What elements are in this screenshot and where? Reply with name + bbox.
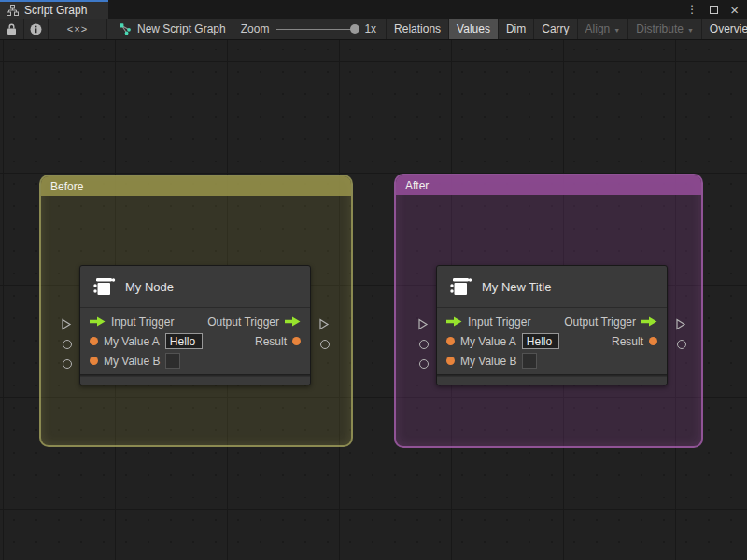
node-box[interactable]: My New Title Input Trigger Output Trigge… [436, 265, 668, 385]
external-result-port[interactable] [677, 340, 686, 349]
dim-button[interactable]: Dim [499, 19, 533, 39]
unit-node-icon [448, 274, 472, 299]
node-my-new-title[interactable]: My New Title Input Trigger Output Trigge… [436, 265, 668, 385]
group-before-title: Before [50, 180, 83, 193]
value-a-input[interactable] [165, 333, 203, 349]
value-a-input[interactable] [522, 333, 559, 349]
window-controls: ⋮ × [686, 0, 747, 19]
zoom-slider[interactable] [276, 29, 357, 30]
tab-title: Script Graph [24, 4, 87, 17]
external-value-a-port[interactable] [63, 340, 72, 349]
align-label: Align [585, 22, 611, 35]
distribute-label: Distribute [636, 22, 684, 35]
hierarchy-graph-icon [7, 5, 19, 16]
group-after-header[interactable]: After [396, 175, 701, 195]
script-graph-asset-icon [119, 22, 132, 35]
carry-button[interactable]: Carry [534, 19, 576, 39]
value-b-label: My Value B [104, 355, 160, 368]
value-b-port-icon[interactable] [446, 357, 455, 365]
result-label: Result [612, 335, 643, 348]
node-row-triggers: Input Trigger Output Trigger [437, 312, 667, 331]
close-icon[interactable]: × [730, 3, 739, 17]
group-after-title: After [405, 179, 429, 192]
chevron-down-icon: ▼ [613, 27, 620, 34]
flow-input-port-icon[interactable] [446, 316, 462, 327]
external-flow-output-port[interactable] [318, 317, 330, 334]
graph-breadcrumb[interactable]: New Script Graph [107, 19, 235, 39]
external-result-port[interactable] [320, 340, 330, 349]
info-button[interactable] [24, 19, 48, 39]
node-header[interactable]: My Node [80, 266, 310, 308]
unit-node-icon [92, 274, 116, 299]
external-value-a-port[interactable] [419, 340, 429, 349]
node-row-value-a: My Value A Result [437, 331, 667, 351]
external-value-b-port[interactable] [63, 359, 72, 369]
result-port-icon[interactable] [649, 337, 657, 345]
value-b-input[interactable] [165, 353, 180, 369]
group-before-header[interactable]: Before [41, 176, 351, 196]
node-title: My Node [125, 280, 174, 294]
distribute-dropdown: Distribute ▼ [628, 19, 701, 39]
lock-button[interactable] [0, 19, 23, 39]
node-my-node[interactable]: My Node Input Trigger Output Trigger [79, 265, 311, 385]
code-preview-button[interactable]: <×> [49, 19, 106, 39]
node-body: Input Trigger Output Trigger My Valu [437, 308, 667, 374]
lock-icon [7, 23, 17, 35]
flow-output-port-icon[interactable] [641, 316, 657, 327]
tab-bar: Script Graph ⋮ × [0, 0, 747, 19]
kebab-menu-icon[interactable]: ⋮ [686, 4, 698, 15]
input-trigger-label: Input Trigger [468, 315, 530, 329]
maximize-icon[interactable] [710, 6, 718, 14]
node-body: Input Trigger Output Trigger My Valu [80, 308, 310, 374]
external-flow-output-port[interactable] [675, 317, 686, 334]
output-trigger-label: Output Trigger [564, 315, 636, 329]
tab-script-graph[interactable]: Script Graph [0, 0, 108, 19]
script-graph-window: Script Graph ⋮ × <×> [0, 0, 747, 560]
node-row-value-a: My Value A Result [80, 331, 310, 351]
chevron-down-icon: ▼ [687, 27, 694, 34]
node-title: My New Title [482, 280, 551, 294]
node-row-value-b: My Value B [437, 351, 667, 371]
node-row-triggers: Input Trigger Output Trigger [80, 312, 310, 331]
external-value-b-port[interactable] [419, 359, 429, 369]
flow-input-port-icon[interactable] [90, 316, 106, 327]
result-port-icon[interactable] [292, 337, 301, 345]
node-footer [437, 377, 667, 385]
graph-canvas[interactable]: Before After [0, 40, 747, 560]
zoom-control: Zoom 1x [235, 19, 386, 39]
node-box[interactable]: My Node Input Trigger Output Trigger [79, 265, 311, 385]
values-button[interactable]: Values [449, 19, 498, 39]
info-icon [30, 23, 42, 35]
node-header[interactable]: My New Title [437, 266, 667, 308]
external-flow-input-port[interactable] [417, 317, 429, 334]
node-row-value-b: My Value B [80, 351, 310, 371]
output-trigger-label: Output Trigger [207, 315, 279, 329]
node-footer [80, 377, 310, 385]
value-a-port-icon[interactable] [90, 337, 98, 345]
value-a-port-icon[interactable] [446, 337, 455, 345]
zoom-slider-knob[interactable] [350, 24, 359, 34]
align-dropdown: Align ▼ [578, 19, 628, 39]
zoom-label: Zoom [241, 22, 270, 35]
value-b-input[interactable] [522, 353, 537, 369]
value-b-port-icon[interactable] [90, 357, 98, 365]
input-trigger-label: Input Trigger [111, 315, 174, 329]
relations-button[interactable]: Relations [387, 19, 448, 39]
result-label: Result [255, 335, 287, 348]
overview-button[interactable]: Overview [702, 19, 747, 39]
value-a-label: My Value A [460, 335, 516, 348]
zoom-level-value: 1x [364, 22, 376, 35]
graph-toolbar: <×> New Script Graph Zoom 1x Relations V… [0, 19, 747, 40]
flow-output-port-icon[interactable] [285, 316, 301, 327]
value-a-label: My Value A [104, 335, 160, 348]
graph-name-label: New Script Graph [137, 22, 226, 35]
external-flow-input-port[interactable] [61, 317, 72, 334]
value-b-label: My Value B [460, 355, 516, 368]
